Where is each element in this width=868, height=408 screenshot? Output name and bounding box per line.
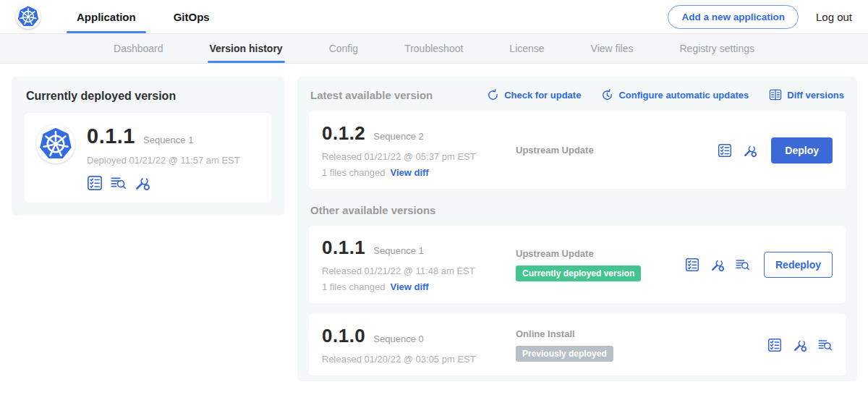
deployed-version-number: 0.1.1 [87,124,135,148]
refresh-icon [487,89,499,101]
redeploy-button[interactable]: Redeploy [764,252,833,278]
version-source-label: Upstream Update [516,248,685,259]
check-for-update-link[interactable]: Check for update [487,89,581,101]
latest-available-title: Latest available version [310,89,433,101]
configure-automatic-updates-link[interactable]: Configure automatic updates [601,89,749,101]
config-gear-icon[interactable] [793,338,807,352]
previously-deployed-badge: Previously deployed [516,346,613,362]
deployed-sequence-label: Sequence 1 [143,135,193,145]
version-row-0-1-2: 0.1.2 Sequence 2 Released 01/21/22 @ 05:… [309,111,846,189]
version-number: 0.1.0 [322,325,365,347]
currently-deployed-card: Currently deployed version 0.1.1 Sequenc… [12,77,284,216]
diff-icon [769,88,782,101]
deployed-timestamp: Deployed 01/21/22 @ 11:57 am EST [87,155,240,166]
subnav-item-dashboard[interactable]: Dashboard [111,34,166,63]
released-timestamp: Released 01/21/22 @ 11:48 am EST [322,265,503,276]
deploy-button[interactable]: Deploy [771,137,833,163]
app-subnav: Dashboard Version history Config Trouble… [0,34,868,64]
header-spacer [237,0,668,33]
subnav-item-license[interactable]: License [507,34,546,63]
preflight-checks-icon[interactable] [718,143,732,158]
app-header: Application GitOps Add a new application… [0,0,868,34]
tab-application[interactable]: Application [67,0,146,33]
view-diff-link[interactable]: View diff [390,167,428,178]
preflight-checks-icon[interactable] [685,258,699,272]
tab-gitops-label: GitOps [174,11,210,23]
subnav-item-registry-settings[interactable]: Registry settings [678,34,757,63]
sequence-label: Sequence 0 [373,333,423,344]
tab-gitops[interactable]: GitOps [163,0,220,33]
version-row-0-1-0: 0.1.0 Sequence 0 Released 01/20/22 @ 03:… [309,314,846,375]
subnav-item-view-files[interactable]: View files [589,34,636,63]
deploy-logs-icon[interactable] [736,258,750,272]
files-changed-label: 1 files changed [322,281,385,292]
config-gear-icon[interactable] [710,258,725,272]
kubernetes-app-icon [36,124,75,163]
other-available-versions-title: Other available versions [310,204,844,216]
configure-automatic-updates-label: Configure automatic updates [618,90,749,101]
logout-button[interactable]: Log out [816,11,852,23]
currently-deployed-badge: Currently deployed version [516,265,641,281]
version-source-label: Upstream Update [516,145,718,156]
deploy-logs-icon[interactable] [111,175,127,191]
available-versions-panel: Latest available version Check for updat… [297,77,857,381]
deploy-logs-icon[interactable] [818,338,833,352]
sequence-label: Sequence 2 [373,131,423,142]
config-gear-icon[interactable] [135,175,150,191]
released-timestamp: Released 01/21/22 @ 05:37 pm EST [322,151,503,162]
currently-deployed-version-card: 0.1.1 Sequence 1 Deployed 01/21/22 @ 11:… [25,113,271,203]
preflight-checks-icon[interactable] [767,338,782,352]
subnav-item-version-history[interactable]: Version history [208,34,285,63]
diff-versions-link[interactable]: Diff versions [769,88,844,101]
diff-versions-label: Diff versions [787,90,844,101]
released-timestamp: Released 01/20/22 @ 03:05 pm EST [322,354,503,365]
currently-deployed-title: Currently deployed version [26,90,271,103]
subnav-item-config[interactable]: Config [327,34,360,63]
version-number: 0.1.1 [322,237,365,259]
add-application-button[interactable]: Add a new application [668,5,799,29]
version-row-0-1-1: 0.1.1 Sequence 1 Released 01/21/22 @ 11:… [309,226,846,303]
version-source-label: Online Install [516,328,767,339]
preflight-checks-icon[interactable] [87,175,103,191]
view-diff-link[interactable]: View diff [390,281,428,292]
sequence-label: Sequence 1 [373,245,423,256]
header-tabs: Application GitOps [67,0,237,33]
files-changed-label: 1 files changed [322,167,385,178]
check-for-update-label: Check for update [504,90,581,101]
config-gear-icon[interactable] [743,143,757,158]
subnav-item-troubleshoot[interactable]: Troubleshoot [402,34,465,63]
schedule-icon [601,89,613,101]
version-actions: Check for update Configure automatic upd… [487,88,844,101]
version-number: 0.1.2 [322,122,365,145]
kubernetes-logo-icon [16,4,41,29]
main-content: Currently deployed version 0.1.1 Sequenc… [0,64,868,381]
tab-application-label: Application [77,11,136,23]
